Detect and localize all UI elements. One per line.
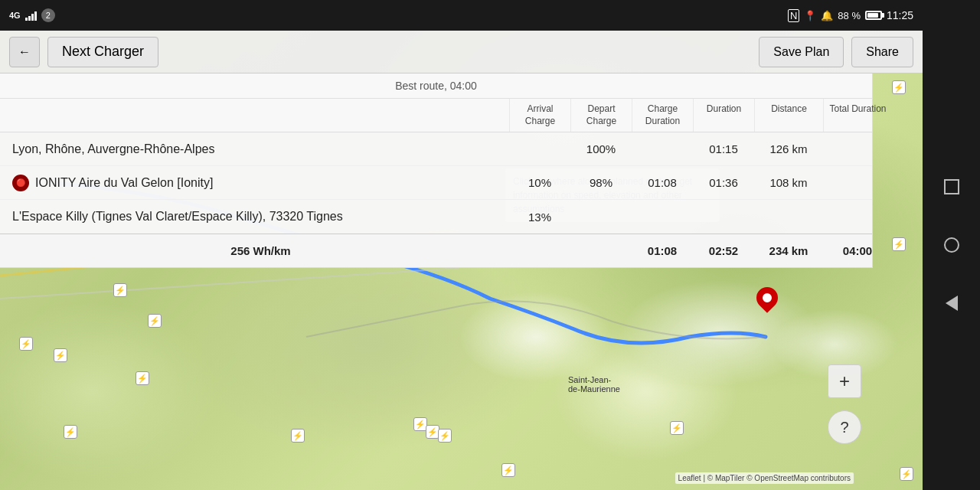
totals-arrival (509, 245, 570, 257)
route-panel: Best route, 04:00 Arrival Charge Depart … (0, 74, 873, 268)
col-depart-charge-header: Depart Charge (570, 99, 632, 132)
tignes-label: L'Espace Killy (Tignes Val Claret/Espace… (12, 210, 343, 224)
totals-total-duration: 04:00 (823, 238, 892, 263)
map-attribution: Leaflet | © MapTiler © OpenStreetMap con… (675, 472, 854, 484)
charge-station-icon-15[interactable]: ⚡ (892, 237, 906, 251)
lyon-location-cell: Lyon, Rhône, Auvergne-Rhône-Alpes (0, 136, 509, 162)
totals-label: 256 Wh/km (0, 238, 509, 263)
route-rows: Lyon, Rhône, Auvergne-Rhône-Alpes 100% 0… (0, 132, 872, 234)
next-charger-button[interactable]: Next Charger (47, 37, 158, 67)
lyon-arrival-charge (509, 145, 570, 154)
lyon-distance: 126 km (754, 138, 823, 160)
totals-depart (570, 245, 632, 257)
col-arrival-charge-header: Arrival Charge (509, 99, 570, 132)
ionity-label: IONITY Aire du Val Gelon [Ionity] (35, 176, 213, 190)
share-button[interactable]: Share (851, 37, 913, 67)
lyon-label: Lyon, Rhône, Auvergne-Rhône-Alpes (12, 142, 214, 156)
status-bar-left: 4G 2 (9, 8, 55, 22)
lyon-duration: 01:15 (693, 138, 754, 160)
network-type-label: 4G (9, 11, 21, 20)
charge-station-icon-11[interactable]: ⚡ (438, 429, 452, 443)
ionity-arrival-charge: 10% (509, 172, 570, 194)
signal-strength-icon (25, 10, 37, 21)
tignes-depart-charge (570, 212, 632, 221)
charge-station-icon-2[interactable]: ⚡ (113, 283, 127, 297)
alarm-icon: 🔔 (821, 10, 833, 21)
best-route-header: Best route, 04:00 (0, 74, 872, 99)
ionity-location-cell: 🔴 IONITY Aire du Val Gelon [Ionity] (0, 168, 509, 198)
lyon-depart-charge: 100% (570, 138, 632, 160)
location-icon: 📍 (804, 10, 816, 21)
help-button[interactable]: ? (828, 410, 861, 444)
android-home-button[interactable] (938, 231, 965, 259)
ionity-distance: 108 km (754, 172, 823, 194)
ionity-charge-duration: 01:08 (632, 172, 693, 194)
charge-station-icon-16[interactable]: ⚡ (900, 467, 913, 481)
table-row: Lyon, Rhône, Auvergne-Rhône-Alpes 100% 0… (0, 132, 872, 166)
battery-percentage-label: 88 % (838, 10, 861, 21)
status-bar-right: N 📍 🔔 88 % 11:25 (788, 9, 913, 22)
col-duration-header: Duration (693, 99, 754, 132)
efficiency-label: 256 Wh/km (218, 244, 290, 257)
tignes-location-cell: L'Espace Killy (Tignes Val Claret/Espace… (0, 204, 509, 230)
notification-count-badge: 2 (41, 8, 55, 22)
save-plan-button[interactable]: Save Plan (759, 37, 844, 67)
zoom-in-button[interactable]: + (828, 364, 861, 398)
charge-station-icon-13[interactable]: ⚡ (501, 463, 515, 477)
android-back-button[interactable] (938, 289, 965, 317)
table-row: 🔴 IONITY Aire du Val Gelon [Ionity] 10% … (0, 166, 872, 200)
ionity-icon: 🔴 (12, 175, 29, 191)
ionity-depart-charge: 98% (570, 172, 632, 194)
totals-row: 256 Wh/km 01:08 02:52 234 km 04:00 (0, 234, 872, 267)
tignes-charge-duration (632, 212, 693, 221)
charge-station-icon-3[interactable]: ⚡ (148, 314, 162, 328)
back-button[interactable]: ← (9, 37, 40, 67)
status-bar: 4G 2 N 📍 🔔 88 % 11:25 (0, 0, 923, 31)
lyon-charge-duration (632, 145, 693, 154)
charge-station-icon-8[interactable]: ⚡ (291, 429, 305, 443)
tignes-arrival-charge: 13% (509, 206, 570, 228)
lyon-total-duration (823, 145, 892, 154)
charge-station-icon-7[interactable]: ⚡ (64, 425, 77, 439)
totals-duration: 02:52 (693, 238, 754, 263)
ionity-duration: 01:36 (693, 172, 754, 194)
charge-station-icon-12[interactable]: ⚡ (670, 421, 684, 435)
nav-bar: ← Next Charger Save Plan Share (0, 31, 923, 74)
saint-jean-label: Saint-Jean-de-Maurienne (568, 375, 620, 394)
battery-icon (865, 11, 882, 20)
col-distance-header: Distance (754, 99, 823, 132)
android-nav-bar (923, 0, 980, 490)
android-recent-apps-button[interactable] (938, 173, 965, 201)
clock-label: 11:25 (887, 9, 913, 21)
nfc-icon: N (788, 9, 799, 22)
totals-distance: 234 km (754, 238, 823, 263)
column-headers: Arrival Charge Depart Charge Charge Dura… (0, 99, 872, 132)
tignes-distance (754, 212, 823, 221)
charge-station-icon-14[interactable]: ⚡ (892, 80, 906, 94)
col-charge-duration-header: Charge Duration (632, 99, 693, 132)
charge-station-icon-6[interactable]: ⚡ (54, 348, 67, 362)
col-total-duration-header: Total Duration (823, 99, 892, 132)
col-location-header (0, 99, 509, 132)
table-row: L'Espace Killy (Tignes Val Claret/Espace… (0, 200, 872, 234)
ionity-total-duration (823, 178, 892, 188)
tignes-total-duration (823, 212, 892, 221)
destination-pin[interactable] (756, 287, 778, 312)
charge-station-icon-5[interactable]: ⚡ (19, 337, 33, 351)
tignes-duration (693, 212, 754, 221)
totals-charge-duration: 01:08 (632, 238, 693, 263)
charge-station-icon-4[interactable]: ⚡ (136, 371, 149, 385)
